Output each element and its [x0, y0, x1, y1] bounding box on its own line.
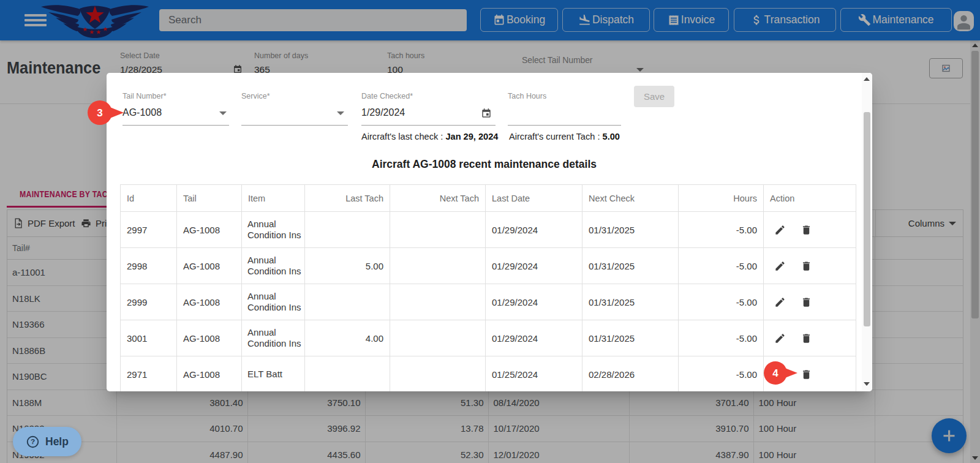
table-row: 3001AG-1008 Annual Condition Ins4.00 01/…: [121, 320, 856, 356]
delete-icon[interactable]: [801, 260, 812, 272]
col-item[interactable]: Item: [242, 185, 305, 212]
date-checked-underline: [361, 125, 496, 126]
table-header-row: Id Tail Item Last Tach Next Tach Last Da…: [121, 185, 856, 212]
svg-text:?: ?: [31, 437, 35, 446]
delete-icon[interactable]: [801, 296, 812, 308]
edit-icon[interactable]: [774, 333, 786, 344]
tail-number-underline: [123, 125, 229, 126]
edit-icon[interactable]: [774, 296, 786, 308]
col-id[interactable]: Id: [121, 185, 177, 212]
tach-hours-label: Tach Hours: [508, 92, 546, 100]
delete-icon[interactable]: [801, 224, 812, 236]
table-row: 2971AG-1008 ELT Batt 01/25/2024 02/28/20…: [121, 356, 856, 392]
svg-text:4: 4: [772, 367, 778, 379]
col-last-date[interactable]: Last Date: [486, 185, 582, 212]
chevron-down-icon[interactable]: [337, 111, 344, 115]
annotation-step-4: 4: [763, 361, 799, 386]
tail-number-value[interactable]: AG-1008: [123, 107, 162, 118]
col-next-check[interactable]: Next Check: [582, 185, 679, 212]
table-row: 2997AG-1008 Annual Condition Ins 01/29/2…: [121, 212, 856, 248]
edit-icon[interactable]: [774, 224, 786, 236]
col-hours[interactable]: Hours: [679, 185, 764, 212]
delete-icon[interactable]: [801, 369, 812, 380]
last-check-caption: Aircraft's last check : Jan 29, 2024: [361, 132, 498, 141]
col-last-tach[interactable]: Last Tach: [305, 185, 390, 212]
date-checked-label: Date Checked*: [361, 92, 413, 100]
help-label: Help: [45, 435, 69, 448]
date-checked-value[interactable]: 1/29/2024: [361, 107, 405, 118]
table-row: 2999AG-1008 Annual Condition Ins 01/29/2…: [121, 284, 856, 320]
col-next-tach[interactable]: Next Tach: [390, 185, 486, 212]
service-label: Service*: [241, 92, 270, 100]
dialog-scrollbar-thumb[interactable]: [864, 112, 870, 326]
save-button[interactable]: Save: [634, 86, 674, 107]
col-tail[interactable]: Tail: [177, 185, 242, 212]
dialog-heading: Aircraft AG-1008 recent maintenance deta…: [107, 158, 862, 171]
edit-icon[interactable]: [774, 260, 786, 272]
chevron-down-icon[interactable]: [219, 111, 227, 115]
scroll-down-icon[interactable]: [864, 382, 870, 386]
svg-text:3: 3: [97, 107, 102, 119]
dialog-scrollbar[interactable]: [862, 73, 872, 391]
table-row: 2998AG-1008 Annual Condition Ins5.00 01/…: [121, 248, 856, 284]
annotation-step-3: 3: [87, 99, 125, 126]
recent-maintenance-table: Id Tail Item Last Tach Next Tach Last Da…: [120, 184, 856, 391]
calendar-icon[interactable]: [481, 108, 492, 119]
current-tach-caption: Aircraft's current Tach : 5.00: [509, 132, 620, 141]
col-action: Action: [764, 185, 856, 212]
maintenance-dialog: Tail Number* AG-1008 Service* Date Check…: [107, 73, 872, 391]
delete-icon[interactable]: [801, 333, 812, 344]
scroll-up-icon[interactable]: [864, 77, 870, 81]
service-underline: [241, 125, 348, 126]
help-icon: ?: [26, 435, 39, 448]
help-button[interactable]: ? Help: [13, 427, 81, 456]
screen: Search Booking Dispatch Invoice Transact…: [0, 0, 980, 463]
tail-number-label: Tail Number*: [123, 92, 167, 100]
tach-hours-underline: [508, 125, 621, 126]
